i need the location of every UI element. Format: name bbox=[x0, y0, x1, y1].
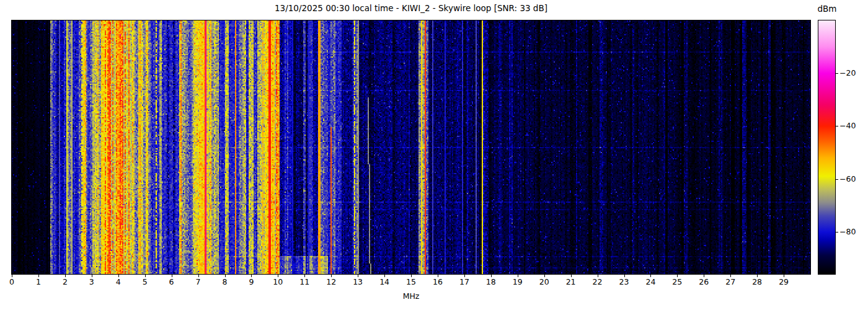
x-tick-label: 4 bbox=[109, 278, 128, 286]
colorbar-tick-mark bbox=[836, 126, 838, 126]
x-tick-label: 28 bbox=[748, 278, 766, 286]
x-tick-label: 17 bbox=[455, 278, 474, 286]
x-axis-label: MHz bbox=[12, 291, 810, 301]
x-tick-label: 1 bbox=[29, 278, 48, 286]
x-tick-label: 9 bbox=[242, 278, 260, 286]
x-tick-label: 25 bbox=[668, 278, 686, 286]
colorbar-tick-mark bbox=[836, 73, 838, 74]
x-tick-label: 29 bbox=[774, 278, 793, 286]
x-tick-label: 10 bbox=[268, 278, 287, 286]
x-tick-label: 8 bbox=[216, 278, 234, 286]
colorbar-tick-label: −80 bbox=[839, 227, 867, 237]
x-tick-label: 23 bbox=[615, 278, 634, 286]
colorbar-title: dBm bbox=[808, 4, 846, 14]
x-tick-label: 15 bbox=[402, 278, 420, 286]
x-tick-label: 20 bbox=[535, 278, 554, 286]
colorbar-gradient bbox=[818, 20, 835, 274]
x-tick-label: 26 bbox=[694, 278, 713, 286]
x-tick-label: 2 bbox=[56, 278, 74, 286]
x-tick-label: 14 bbox=[375, 278, 394, 286]
x-tick-label: 0 bbox=[2, 278, 21, 286]
waterfall-heatmap bbox=[12, 20, 810, 274]
x-tick-label: 3 bbox=[82, 278, 101, 286]
x-tick-label: 21 bbox=[562, 278, 580, 286]
colorbar-tick-label: −40 bbox=[839, 121, 867, 131]
colorbar-tick-mark bbox=[836, 232, 838, 232]
x-tick-label: 13 bbox=[348, 278, 367, 286]
colorbar-tick-label: −60 bbox=[839, 174, 867, 184]
x-tick-label: 6 bbox=[162, 278, 181, 286]
x-tick-label: 11 bbox=[295, 278, 314, 286]
x-tick-label: 19 bbox=[508, 278, 527, 286]
x-tick-label: 16 bbox=[428, 278, 447, 286]
colorbar-tick-label: −20 bbox=[839, 68, 867, 78]
plot-frame bbox=[11, 20, 811, 275]
x-tick-label: 22 bbox=[588, 278, 607, 286]
x-tick-label: 12 bbox=[322, 278, 340, 286]
x-tick-label: 5 bbox=[136, 278, 154, 286]
x-tick-label: 24 bbox=[641, 278, 660, 286]
x-tick-label: 7 bbox=[189, 278, 208, 286]
colorbar bbox=[818, 20, 836, 275]
x-tick-label: 27 bbox=[721, 278, 740, 286]
figure-title: 13/10/2025 00:30 local time - KIWI_2 - S… bbox=[12, 3, 810, 14]
colorbar-tick-mark bbox=[836, 179, 838, 180]
x-tick-label: 18 bbox=[482, 278, 500, 286]
spectrogram-figure: 13/10/2025 00:30 local time - KIWI_2 - S… bbox=[0, 0, 868, 310]
